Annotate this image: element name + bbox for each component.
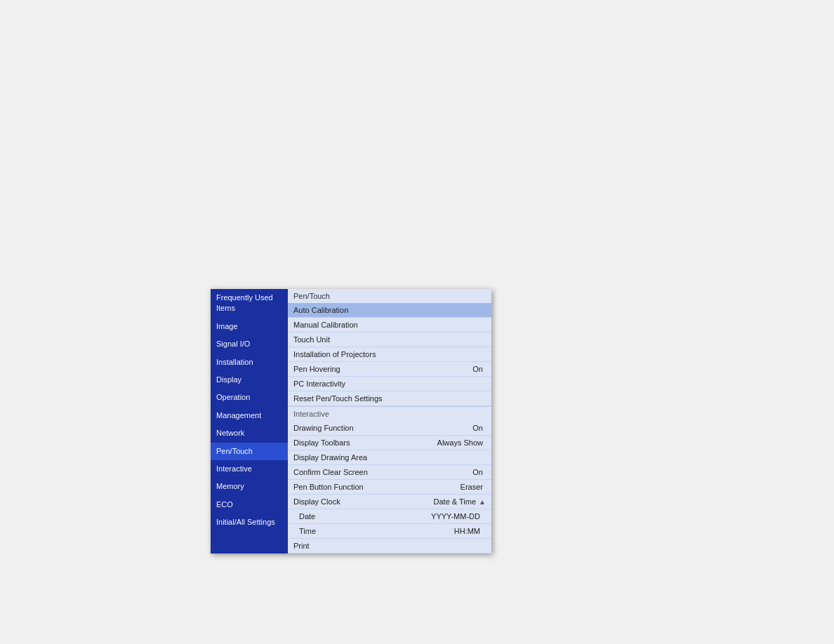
sidebar-item-interactive[interactable]: Interactive — [211, 460, 288, 478]
row-label: PC Interactivity — [293, 380, 486, 388]
row-value: Always Show — [437, 438, 483, 447]
pen-touch-row-5[interactable]: PC Interactivity — [288, 377, 491, 391]
sub-row-1[interactable]: TimeHH:MM — [288, 524, 491, 539]
interactive-row-2[interactable]: Display Drawing Area — [288, 450, 491, 465]
sidebar-item-memory[interactable]: Memory — [211, 478, 288, 495]
pen-touch-row-3[interactable]: Installation of Projectors — [288, 347, 491, 362]
interactive-row-1[interactable]: Display ToolbarsAlways Show — [288, 436, 491, 450]
sidebar: Frequently Used ItemsImageSignal I/OInst… — [211, 289, 288, 554]
pen-touch-row-4[interactable]: Pen HoveringOn — [288, 362, 491, 377]
row-label: Auto Calibration — [293, 306, 486, 314]
row-label: Touch Unit — [293, 335, 486, 344]
row-value: Date & Time — [434, 497, 477, 506]
sidebar-item-operation[interactable]: Operation — [211, 389, 288, 406]
sidebar-item-image[interactable]: Image — [211, 318, 288, 335]
sub-row-label: Date — [299, 512, 431, 521]
sidebar-item-initial-all-settings[interactable]: Initial/All Settings — [211, 514, 288, 531]
right-panel: Pen/TouchAuto CalibrationManual Calibrat… — [288, 289, 491, 554]
sidebar-item-display[interactable]: Display — [211, 371, 288, 389]
row-label: Reset Pen/Touch Settings — [293, 394, 486, 403]
interactive-row-5[interactable]: Display ClockDate & Time▲ — [288, 495, 491, 509]
sub-row-value: HH:MM — [454, 527, 480, 535]
pen-touch-header: Pen/Touch — [288, 289, 491, 303]
row-label: Drawing Function — [293, 424, 472, 432]
row-label: Pen Button Function — [293, 483, 461, 491]
sub-row-0[interactable]: DateYYYY-MM-DD — [288, 509, 491, 524]
sidebar-item-installation[interactable]: Installation — [211, 354, 288, 371]
interactive-row-4[interactable]: Pen Button FunctionEraser — [288, 480, 491, 495]
sidebar-item-frequently-used-items[interactable]: Frequently Used Items — [211, 289, 288, 318]
sidebar-item-signal-i-o[interactable]: Signal I/O — [211, 335, 288, 353]
row-label: Pen Hovering — [293, 365, 472, 373]
row-value: On — [472, 468, 483, 476]
row-label: Print — [293, 542, 486, 550]
pen-touch-row-6[interactable]: Reset Pen/Touch Settings — [288, 391, 491, 406]
row-value: Eraser — [461, 483, 483, 491]
pen-touch-row-2[interactable]: Touch Unit — [288, 333, 491, 347]
sidebar-item-eco[interactable]: ECO — [211, 496, 288, 514]
after-sub-row-0[interactable]: Print — [288, 539, 491, 554]
interactive-row-0[interactable]: Drawing FunctionOn — [288, 421, 491, 436]
row-value: On — [472, 365, 483, 373]
interactive-header: Interactive — [288, 406, 491, 421]
sub-row-value: YYYY-MM-DD — [431, 512, 480, 521]
sub-row-label: Time — [299, 527, 454, 535]
row-label: Display Clock — [293, 497, 434, 506]
pen-touch-row-1[interactable]: Manual Calibration — [288, 318, 491, 333]
interactive-row-3[interactable]: Confirm Clear ScreenOn — [288, 465, 491, 480]
sidebar-item-network[interactable]: Network — [211, 424, 288, 442]
row-value: On — [472, 424, 483, 432]
pen-touch-row-0[interactable]: Auto Calibration — [288, 303, 491, 318]
sidebar-item-management[interactable]: Management — [211, 407, 288, 424]
row-label: Installation of Projectors — [293, 350, 486, 358]
row-label: Manual Calibration — [293, 321, 486, 329]
row-label: Display Drawing Area — [293, 453, 486, 462]
row-label: Confirm Clear Screen — [293, 468, 472, 476]
sidebar-item-pen-touch[interactable]: Pen/Touch — [211, 443, 288, 460]
expand-arrow-icon: ▲ — [479, 498, 486, 506]
row-label: Display Toolbars — [293, 438, 437, 447]
menu-container: Frequently Used ItemsImageSignal I/OInst… — [211, 289, 491, 554]
